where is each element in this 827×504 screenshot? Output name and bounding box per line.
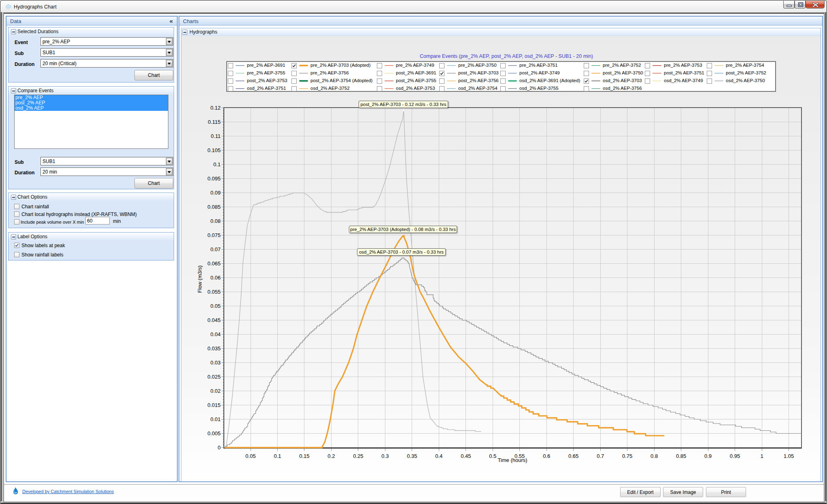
svg-text:cs: cs	[15, 491, 17, 493]
